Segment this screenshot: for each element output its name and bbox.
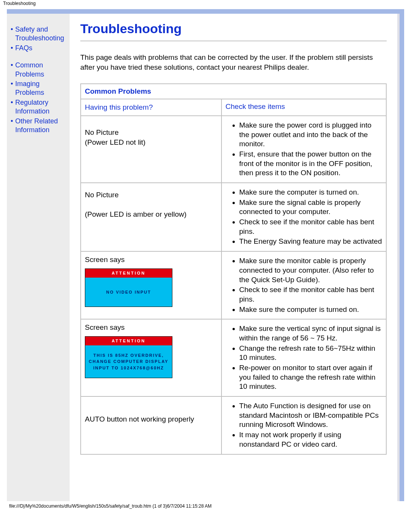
osd-line: INPUT TO 1024X768@60HZ (88, 365, 169, 371)
nav-item-faqs[interactable]: •FAQs (11, 44, 66, 53)
nav-list-2: •Common Problems •Imaging Problems •Regu… (11, 61, 66, 134)
page-title: Troubleshooting (80, 21, 387, 36)
osd-graphic: ATTENTION THIS IS 85HZ OVERDRIVE, CHANGE… (85, 336, 172, 378)
nav-item-common[interactable]: •Common Problems (11, 61, 66, 79)
section-header-cell: Common Problems (81, 84, 386, 99)
list-item: Make sure the computer is turned on. (239, 188, 382, 197)
check-cell: Make sure the vertical sync of input sig… (222, 320, 386, 396)
list-item: Make sure the monitor cable is properly … (239, 256, 382, 284)
problem-text: No Picture (85, 191, 119, 199)
check-list: Make sure the computer is turned on. Mak… (226, 188, 382, 246)
osd-line: THIS IS 85HZ OVERDRIVE, (88, 352, 169, 359)
col1-header: Having this problem? (85, 103, 153, 111)
table-row: AUTO button not working properly The Aut… (81, 397, 386, 454)
check-cell: Make sure the power cord is plugged into… (222, 116, 386, 182)
nav-list: •Safety and Troubleshooting •FAQs (11, 25, 66, 53)
list-item: Make sure the vertical sync of input sig… (239, 324, 382, 343)
problem-text: (Power LED is amber or yellow) (85, 210, 186, 218)
table-row: Screen says ATTENTION THIS IS 85HZ OVERD… (81, 320, 386, 396)
list-item: First, ensure that the power button on t… (239, 150, 382, 178)
osd-body: NO VIDEO INPUT (85, 278, 172, 307)
list-item: Check to see if the monitor cable has be… (239, 285, 382, 304)
table-row: No Picture (Power LED not lit) Make sure… (81, 116, 386, 182)
problem-cell: AUTO button not working properly (81, 397, 221, 454)
page-frame: •Safety and Troubleshooting •FAQs •Commo… (7, 9, 404, 501)
osd-body: THIS IS 85HZ OVERDRIVE, CHANGE COMPUTER … (85, 345, 172, 378)
col2-header: Check these items (226, 102, 285, 110)
table-row: No Picture (Power LED is amber or yellow… (81, 183, 386, 251)
table-row: Screen says ATTENTION NO VIDEO INPUT Mak… (81, 252, 386, 319)
problem-cell: Screen says ATTENTION NO VIDEO INPUT (81, 252, 221, 319)
osd-header: ATTENTION (85, 337, 172, 345)
col1-header-cell: Having this problem? (81, 99, 221, 115)
osd-graphic: ATTENTION NO VIDEO INPUT (85, 268, 172, 307)
osd-line: CHANGE COMPUTER DISPLAY (88, 358, 169, 365)
list-item: Change the refresh rate to 56~75Hz withi… (239, 344, 382, 363)
list-item: Check to see if the monitor cable has be… (239, 217, 382, 236)
nav-item-safety[interactable]: •Safety and Troubleshooting (11, 25, 66, 43)
nav-item-regulatory[interactable]: •Regulatory Information (11, 98, 66, 116)
list-item: The Energy Saving feature may be activat… (239, 237, 382, 246)
list-item: Make sure the computer is turned on. (239, 305, 382, 315)
nav-item-imaging[interactable]: •Imaging Problems (11, 80, 66, 97)
check-list: Make sure the vertical sync of input sig… (226, 324, 382, 391)
intro-text: This page deals with problems that can b… (80, 53, 387, 72)
problem-text: AUTO button not working properly (85, 415, 194, 423)
list-item: Make sure the signal cable is properly c… (239, 198, 382, 217)
check-cell: Make sure the monitor cable is properly … (222, 252, 386, 319)
problem-text: Screen says (85, 256, 125, 264)
section-header: Common Problems (85, 87, 151, 95)
problem-text: (Power LED not lit) (85, 138, 145, 146)
main-content: Troubleshooting This page deals with pro… (70, 14, 400, 501)
col2-header-cell: Check these items (222, 99, 386, 115)
list-item: The Auto Function is designed for use on… (239, 401, 382, 430)
check-list: Make sure the monitor cable is properly … (226, 256, 382, 314)
problem-cell: Screen says ATTENTION THIS IS 85HZ OVERD… (81, 320, 221, 396)
list-item: It may not work properly if using nonsta… (239, 430, 382, 449)
troubleshoot-table: Common Problems Having this problem? Che… (80, 83, 387, 454)
problem-cell: No Picture (Power LED not lit) (81, 116, 221, 182)
tab-title: Troubleshooting (0, 0, 411, 7)
problem-cell: No Picture (Power LED is amber or yellow… (81, 183, 221, 251)
list-item: Re-power on monitor to start over again … (239, 363, 382, 391)
problem-text: No Picture (85, 128, 119, 136)
list-item: Make sure the power cord is plugged into… (239, 121, 382, 149)
footer-path: file:///D|/My%20documents/dfu/W5/english… (0, 501, 411, 513)
check-list: Make sure the power cord is plugged into… (226, 121, 382, 178)
osd-header: ATTENTION (85, 269, 172, 278)
check-list: The Auto Function is designed for use on… (226, 401, 382, 449)
nav-item-other[interactable]: •Other Related Information (11, 117, 66, 135)
sidebar: •Safety and Troubleshooting •FAQs •Commo… (7, 14, 70, 501)
check-cell: The Auto Function is designed for use on… (222, 397, 386, 454)
check-cell: Make sure the computer is turned on. Mak… (222, 183, 386, 251)
divider (80, 41, 387, 41)
problem-text: Screen says (85, 323, 125, 331)
